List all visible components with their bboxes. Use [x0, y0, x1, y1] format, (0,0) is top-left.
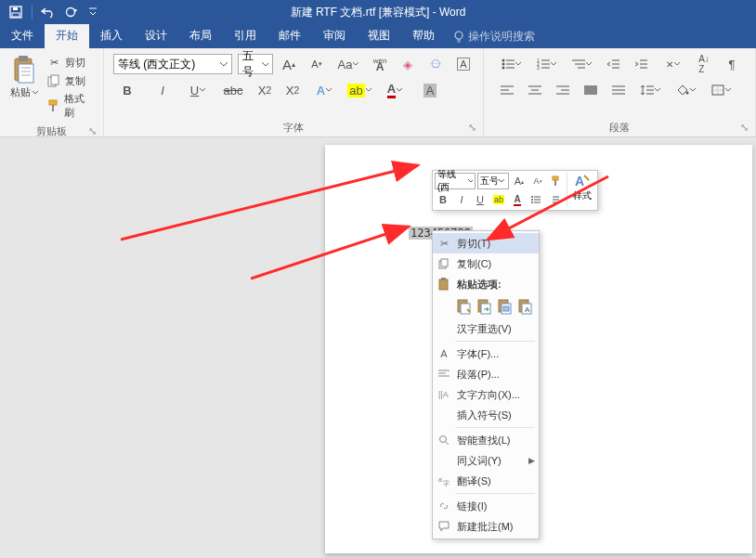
- save-button[interactable]: [6, 2, 26, 22]
- increase-indent-button[interactable]: [631, 54, 651, 74]
- show-marks-button[interactable]: ¶: [722, 54, 742, 74]
- cm-link[interactable]: 链接(I): [433, 496, 539, 516]
- phonetic-guide-button[interactable]: wénA: [370, 54, 390, 74]
- tab-file[interactable]: 文件: [0, 24, 45, 48]
- cm-synonyms[interactable]: 同义词(Y)▶: [433, 450, 539, 471]
- dialog-launcher-icon[interactable]: ⤡: [466, 122, 477, 133]
- cm-font[interactable]: A字体(F)...: [433, 344, 539, 364]
- mini-underline-button[interactable]: U: [472, 191, 489, 208]
- tab-insert[interactable]: 插入: [89, 24, 134, 48]
- tab-home[interactable]: 开始: [45, 24, 89, 48]
- cm-text-direction[interactable]: ||A文字方向(X)...: [433, 384, 539, 405]
- cm-copy[interactable]: 复制(C): [433, 253, 539, 274]
- paste-picture-button[interactable]: [496, 296, 515, 317]
- copy-button[interactable]: 复制: [45, 72, 96, 89]
- mini-shrink-font-button[interactable]: A▾: [529, 173, 546, 189]
- sort-button[interactable]: A↓Z: [694, 54, 714, 74]
- tab-mail[interactable]: 邮件: [267, 24, 312, 48]
- dialog-launcher-icon[interactable]: ⤡: [738, 122, 749, 133]
- borders-button[interactable]: [707, 80, 735, 100]
- cm-insert-symbol[interactable]: 插入符号(S): [433, 405, 539, 425]
- cm-translate[interactable]: a字翻译(S): [433, 471, 539, 491]
- mini-format-painter-button[interactable]: [548, 173, 565, 189]
- paste-text-only-button[interactable]: A: [516, 296, 535, 317]
- group-clipboard-label: 剪贴板: [36, 125, 67, 136]
- bullets-icon: [531, 195, 541, 204]
- font-color-button[interactable]: A: [381, 80, 409, 100]
- cm-new-comment[interactable]: 新建批注(M): [433, 516, 539, 537]
- dialog-launcher-icon[interactable]: ⤡: [86, 125, 98, 136]
- shrink-font-button[interactable]: A▾: [306, 54, 327, 74]
- change-case-button[interactable]: Aa: [334, 54, 362, 74]
- svg-point-61: [531, 196, 533, 198]
- mini-styles-button[interactable]: A 样式: [569, 173, 595, 208]
- underline-button[interactable]: U: [184, 80, 212, 100]
- align-right-button[interactable]: [553, 80, 573, 100]
- undo-button[interactable]: [38, 2, 59, 22]
- bold-button[interactable]: B: [113, 80, 141, 100]
- tell-me-search[interactable]: 操作说明搜索: [446, 25, 542, 48]
- grow-font-button[interactable]: A▴: [279, 54, 299, 74]
- paste-button[interactable]: 粘贴: [6, 52, 43, 123]
- mini-font-combo[interactable]: 等线 (西: [435, 173, 476, 189]
- mini-bullets-button[interactable]: [528, 191, 544, 208]
- character-border-button[interactable]: A: [453, 54, 474, 74]
- decrease-indent-button[interactable]: [603, 54, 623, 74]
- highlight-button[interactable]: ab: [345, 80, 373, 100]
- font-size-combo[interactable]: 五号: [238, 54, 273, 74]
- strikethrough-button[interactable]: abc: [219, 80, 247, 100]
- mini-size-combo[interactable]: 五号: [477, 173, 509, 189]
- paragraph-dialog-icon: [437, 367, 451, 382]
- align-left-button[interactable]: [497, 80, 517, 100]
- cut-button[interactable]: ✂剪切: [45, 54, 96, 71]
- paste-keep-source-button[interactable]: [455, 296, 474, 317]
- svg-point-55: [685, 92, 688, 95]
- tab-review[interactable]: 审阅: [312, 24, 357, 48]
- mini-italic-button[interactable]: I: [453, 191, 470, 208]
- mini-numbering-button[interactable]: [546, 191, 563, 208]
- multilevel-list-button[interactable]: [567, 54, 595, 74]
- shading-button[interactable]: [671, 80, 699, 100]
- subscript-button[interactable]: X2: [254, 80, 275, 100]
- enclose-characters-button[interactable]: ⦵: [425, 54, 446, 74]
- mini-grow-font-button[interactable]: A▴: [511, 173, 528, 189]
- mini-font-color-button[interactable]: A: [509, 191, 526, 208]
- format-painter-label: 格式刷: [64, 92, 94, 120]
- asian-layout-button[interactable]: ✕: [658, 54, 686, 74]
- qat-customize-button[interactable]: [83, 2, 103, 22]
- italic-button[interactable]: I: [149, 80, 176, 100]
- distribute-button[interactable]: [608, 80, 629, 100]
- cm-smart-lookup[interactable]: 智能查找(L): [433, 430, 539, 450]
- brush-icon: [551, 175, 562, 187]
- mini-highlight-button[interactable]: ab: [490, 191, 507, 208]
- cm-paragraph[interactable]: 段落(P)...: [433, 364, 539, 384]
- tab-layout[interactable]: 布局: [178, 24, 223, 48]
- font-dialog-icon: A: [437, 346, 451, 361]
- svg-rect-48: [584, 85, 597, 95]
- tab-view[interactable]: 视图: [357, 24, 401, 48]
- chevron-down-icon: [353, 62, 358, 66]
- tab-references[interactable]: 引用: [223, 24, 267, 48]
- bullets-icon: [502, 58, 515, 70]
- tab-design[interactable]: 设计: [134, 24, 178, 48]
- line-spacing-button[interactable]: [636, 80, 664, 100]
- tab-help[interactable]: 帮助: [401, 24, 446, 48]
- format-painter-button[interactable]: 格式刷: [45, 91, 96, 121]
- numbering-button[interactable]: 123: [532, 54, 560, 74]
- paste-merge-button[interactable]: [476, 296, 494, 317]
- align-center-button[interactable]: [525, 80, 545, 100]
- redo-button[interactable]: [60, 2, 81, 22]
- bullets-button[interactable]: [497, 54, 525, 74]
- cm-cut[interactable]: ✂剪切(T): [433, 233, 539, 253]
- font-name-combo[interactable]: 等线 (西文正文): [113, 54, 232, 74]
- mini-bold-button[interactable]: B: [435, 191, 451, 208]
- justify-button[interactable]: [580, 80, 601, 100]
- svg-point-5: [455, 32, 463, 39]
- tell-me-label: 操作说明搜索: [468, 29, 535, 45]
- superscript-button[interactable]: X2: [282, 80, 303, 100]
- character-shading-button[interactable]: A: [416, 80, 444, 100]
- clear-formatting-button[interactable]: ◈: [398, 54, 418, 74]
- text-effects-button[interactable]: A: [310, 80, 338, 100]
- svg-rect-16: [49, 100, 57, 105]
- cm-cn-relayout[interactable]: 汉字重选(V): [433, 318, 539, 339]
